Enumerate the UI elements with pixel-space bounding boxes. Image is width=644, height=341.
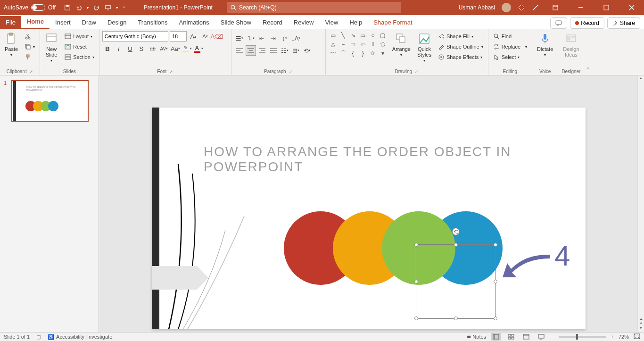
comments-button[interactable] <box>550 17 567 29</box>
shape-curve[interactable]: 〰 <box>329 49 338 58</box>
slideshow-view-button[interactable] <box>536 333 546 341</box>
italic-button[interactable]: I <box>114 43 124 54</box>
shape-rounded[interactable]: ▢ <box>378 31 388 40</box>
slideshow-start-icon[interactable] <box>105 4 111 11</box>
normal-view-button[interactable] <box>491 333 501 341</box>
text-direction-button[interactable]: ↓A▾ <box>291 33 301 43</box>
decrease-indent-button[interactable]: ⇤ <box>257 33 267 43</box>
shape-arc[interactable]: ⌒ <box>339 49 348 58</box>
tab-file[interactable]: File <box>0 16 21 29</box>
find-button[interactable]: Find <box>491 31 529 42</box>
scroll-up-button[interactable]: ▴ <box>638 75 644 82</box>
line-spacing-button[interactable]: ↕▾ <box>280 33 290 43</box>
shape-arrow-line[interactable]: ↘ <box>348 31 358 40</box>
dictate-button[interactable]: Dictate▾ <box>535 31 555 58</box>
shape-oval[interactable]: ○ <box>368 31 378 40</box>
tab-home[interactable]: Home <box>21 15 50 29</box>
notes-button[interactable]: ≐ Notes <box>467 334 486 340</box>
shape-brace-left[interactable]: { <box>348 49 358 58</box>
tab-insert[interactable]: Insert <box>50 16 76 29</box>
arrange-button[interactable]: Arrange▾ <box>390 31 413 58</box>
ribbon-display-button[interactable] <box>546 0 565 15</box>
char-spacing-button[interactable]: AV▾ <box>159 43 169 54</box>
shapes-gallery[interactable]: ▭ ╲ ↘ ▭ ○ ▢ △ ⌐ ⇨ ⇦ ⇩ ⬠ 〰 ⌒ { } ☆ ▾ <box>329 31 388 58</box>
columns-button[interactable]: ☷▾ <box>280 45 290 56</box>
scroll-down-button[interactable]: ▾ <box>638 325 644 332</box>
thumbnail-pane[interactable]: 1 HOW TO ARRANGE THE ORDER OBJECT IN POW… <box>0 75 99 332</box>
decrease-font-button[interactable]: A▾ <box>200 31 210 42</box>
align-text-button[interactable]: ⊟▾ <box>291 45 301 56</box>
handle-tm[interactable] <box>454 243 458 247</box>
smartart-button[interactable]: ⟲▾ <box>302 45 313 56</box>
undo-dropdown[interactable]: ▾ <box>87 6 89 10</box>
bullets-button[interactable]: ☰▾ <box>234 33 245 43</box>
user-avatar[interactable] <box>502 3 511 12</box>
slide-canvas-area[interactable]: HOW TO ARRANGE THE ORDER OBJECT IN POWER… <box>99 75 644 332</box>
paste-button[interactable]: Paste ▾ <box>3 31 20 58</box>
copy-button[interactable]: ▾ <box>23 42 37 52</box>
zoom-percent[interactable]: 72% <box>619 334 629 340</box>
user-name[interactable]: Usman Abbasi <box>459 4 495 11</box>
next-slide-button[interactable]: ⏷ <box>638 321 644 325</box>
gray-arrow-shape[interactable] <box>152 266 208 290</box>
save-icon[interactable] <box>64 4 71 11</box>
bold-button[interactable]: B <box>102 43 113 54</box>
slide[interactable]: HOW TO ARRANGE THE ORDER OBJECT IN POWER… <box>152 108 586 329</box>
change-case-button[interactable]: Aa▾ <box>170 43 181 54</box>
rotate-handle[interactable] <box>452 228 460 235</box>
shape-star[interactable]: ☆ <box>368 49 378 58</box>
shape-brace-right[interactable]: } <box>358 49 368 58</box>
shapes-more[interactable]: ▾ <box>378 49 388 58</box>
maximize-button[interactable] <box>597 0 616 15</box>
selection-box[interactable] <box>416 244 496 319</box>
prev-slide-button[interactable]: ⏶ <box>638 317 644 321</box>
record-button[interactable]: Record <box>570 17 604 29</box>
shape-right-arrow[interactable]: ⇨ <box>348 40 358 49</box>
share-button[interactable]: Share <box>607 17 640 29</box>
font-color-button[interactable]: A▾ <box>193 43 203 54</box>
search-box[interactable] <box>227 2 401 13</box>
fit-window-button[interactable] <box>634 333 640 340</box>
font-name-input[interactable] <box>102 31 168 42</box>
shadow-button[interactable]: S <box>136 43 147 54</box>
redo-icon[interactable] <box>93 4 100 11</box>
wand-icon[interactable] <box>532 4 539 11</box>
shape-pentagon[interactable]: ⬠ <box>378 40 388 49</box>
spellcheck-icon[interactable]: ▢ <box>36 334 41 340</box>
qat-dropdown[interactable]: ▾ <box>116 6 118 10</box>
shape-left-arrow[interactable]: ⇦ <box>358 40 368 49</box>
select-button[interactable]: Select▾ <box>491 52 529 62</box>
tab-animations[interactable]: Animations <box>173 16 215 29</box>
reset-button[interactable]: Reset <box>63 42 96 52</box>
reading-view-button[interactable] <box>521 333 531 341</box>
underline-button[interactable]: U <box>125 43 135 54</box>
increase-indent-button[interactable]: ⇥ <box>268 33 279 43</box>
zoom-out-button[interactable]: − <box>551 334 554 340</box>
close-button[interactable] <box>622 0 641 15</box>
shape-fill-button[interactable]: Shape Fill▾ <box>436 31 485 42</box>
align-left-button[interactable] <box>234 45 245 56</box>
collapse-ribbon-button[interactable]: ⌃ <box>584 63 592 75</box>
tab-help[interactable]: Help <box>344 16 368 29</box>
shape-elbow[interactable]: ⌐ <box>339 40 348 49</box>
vertical-scrollbar[interactable]: ▴ ⏶ ⏷ ▾ <box>637 75 644 332</box>
layout-button[interactable]: Layout▾ <box>63 31 96 42</box>
toggle-switch[interactable] <box>31 4 45 11</box>
shape-line[interactable]: ╲ <box>339 31 348 40</box>
qat-customize[interactable]: ⁼ <box>123 5 125 10</box>
shape-triangle[interactable]: △ <box>329 40 338 49</box>
undo-icon[interactable] <box>75 4 82 11</box>
slide-title-text[interactable]: HOW TO ARRANGE THE ORDER OBJECT IN POWER… <box>204 144 586 175</box>
slide-counter[interactable]: Slide 1 of 1 <box>4 334 30 340</box>
tab-slideshow[interactable]: Slide Show <box>215 16 257 29</box>
thumbnail-preview[interactable]: HOW TO ARRANGE THE ORDER OBJECT IN POWER… <box>11 80 89 122</box>
cut-button[interactable] <box>23 31 37 42</box>
handle-tr[interactable] <box>494 243 497 247</box>
handle-bm[interactable] <box>454 316 458 320</box>
shape-rect[interactable]: ▭ <box>358 31 368 40</box>
tab-transitions[interactable]: Transitions <box>132 16 173 29</box>
sorter-view-button[interactable] <box>506 333 516 341</box>
zoom-in-button[interactable]: + <box>611 334 614 340</box>
autosave-toggle[interactable]: AutoSave Off <box>0 4 59 11</box>
handle-bl[interactable] <box>414 316 418 320</box>
